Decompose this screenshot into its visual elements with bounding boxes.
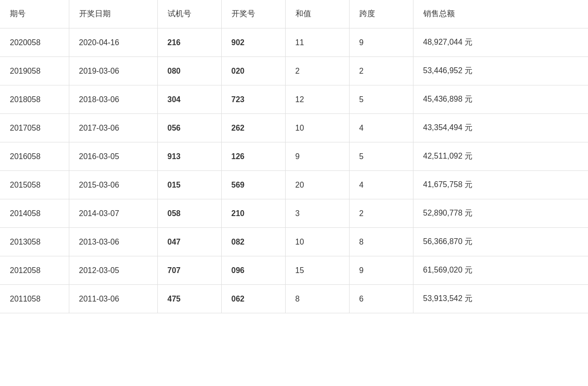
- table-header: 期号开奖日期试机号开奖号和值跨度销售总额: [0, 0, 588, 28]
- cell-sales: 48,927,044 元: [413, 28, 588, 57]
- cell-date: 2011-03-06: [69, 285, 157, 313]
- cell-sum: 10: [285, 114, 349, 142]
- column-header-sum: 和值: [285, 0, 349, 28]
- cell-sum: 2: [285, 57, 349, 85]
- cell-date: 2012-03-05: [69, 256, 157, 285]
- cell-date: 2017-03-06: [69, 114, 157, 142]
- cell-sales: 52,890,778 元: [413, 199, 588, 228]
- table-row: 20170582017-03-0605626210443,354,494 元: [0, 114, 588, 142]
- column-header-span: 跨度: [349, 0, 413, 28]
- cell-sales: 41,675,758 元: [413, 171, 588, 199]
- cell-span: 8: [349, 228, 413, 256]
- cell-span: 4: [349, 114, 413, 142]
- cell-sum: 8: [285, 285, 349, 313]
- cell-date: 2020-04-16: [69, 28, 157, 57]
- cell-trial: 707: [157, 256, 221, 285]
- table-row: 20190582019-03-060800202253,446,952 元: [0, 57, 588, 85]
- cell-draw: 902: [221, 28, 285, 57]
- cell-date: 2015-03-06: [69, 171, 157, 199]
- cell-sales: 42,511,092 元: [413, 142, 588, 171]
- cell-date: 2019-03-06: [69, 57, 157, 85]
- cell-trial: 216: [157, 28, 221, 57]
- cell-sum: 12: [285, 85, 349, 114]
- cell-span: 6: [349, 285, 413, 313]
- cell-draw: 062: [221, 285, 285, 313]
- lottery-table: 期号开奖日期试机号开奖号和值跨度销售总额 20200582020-04-1621…: [0, 0, 588, 313]
- cell-sum: 15: [285, 256, 349, 285]
- main-container: 期号开奖日期试机号开奖号和值跨度销售总额 20200582020-04-1621…: [0, 0, 588, 386]
- cell-sales: 53,446,952 元: [413, 57, 588, 85]
- cell-span: 9: [349, 256, 413, 285]
- cell-date: 2018-03-06: [69, 85, 157, 114]
- column-header-sales: 销售总额: [413, 0, 588, 28]
- table-row: 20120582012-03-0570709615961,569,020 元: [0, 256, 588, 285]
- cell-span: 5: [349, 142, 413, 171]
- cell-period: 2015058: [0, 171, 69, 199]
- cell-period: 2018058: [0, 85, 69, 114]
- table-row: 20180582018-03-0630472312545,436,898 元: [0, 85, 588, 114]
- cell-period: 2017058: [0, 114, 69, 142]
- cell-trial: 047: [157, 228, 221, 256]
- column-header-date: 开奖日期: [69, 0, 157, 28]
- column-header-trial: 试机号: [157, 0, 221, 28]
- table-row: 20160582016-03-059131269542,511,092 元: [0, 142, 588, 171]
- table-row: 20150582015-03-0601556920441,675,758 元: [0, 171, 588, 199]
- table-body: 20200582020-04-1621690211948,927,044 元20…: [0, 28, 588, 313]
- cell-sum: 3: [285, 199, 349, 228]
- cell-trial: 475: [157, 285, 221, 313]
- cell-draw: 020: [221, 57, 285, 85]
- cell-draw: 096: [221, 256, 285, 285]
- cell-span: 2: [349, 199, 413, 228]
- cell-trial: 304: [157, 85, 221, 114]
- cell-draw: 082: [221, 228, 285, 256]
- cell-sum: 20: [285, 171, 349, 199]
- cell-period: 2020058: [0, 28, 69, 57]
- cell-span: 9: [349, 28, 413, 57]
- table-row: 20110582011-03-064750628653,913,542 元: [0, 285, 588, 313]
- cell-period: 2012058: [0, 256, 69, 285]
- cell-draw: 126: [221, 142, 285, 171]
- cell-period: 2019058: [0, 57, 69, 85]
- cell-sum: 11: [285, 28, 349, 57]
- cell-date: 2014-03-07: [69, 199, 157, 228]
- cell-draw: 569: [221, 171, 285, 199]
- cell-trial: 080: [157, 57, 221, 85]
- table-row: 20200582020-04-1621690211948,927,044 元: [0, 28, 588, 57]
- cell-date: 2013-03-06: [69, 228, 157, 256]
- cell-trial: 913: [157, 142, 221, 171]
- cell-sales: 61,569,020 元: [413, 256, 588, 285]
- cell-sales: 43,354,494 元: [413, 114, 588, 142]
- cell-sales: 53,913,542 元: [413, 285, 588, 313]
- cell-period: 2013058: [0, 228, 69, 256]
- cell-draw: 262: [221, 114, 285, 142]
- cell-period: 2011058: [0, 285, 69, 313]
- cell-period: 2016058: [0, 142, 69, 171]
- cell-draw: 210: [221, 199, 285, 228]
- cell-sales: 45,436,898 元: [413, 85, 588, 114]
- column-header-draw: 开奖号: [221, 0, 285, 28]
- cell-draw: 723: [221, 85, 285, 114]
- cell-sales: 56,366,870 元: [413, 228, 588, 256]
- cell-span: 2: [349, 57, 413, 85]
- table-row: 20140582014-03-070582103252,890,778 元: [0, 199, 588, 228]
- table-row: 20130582013-03-0604708210856,366,870 元: [0, 228, 588, 256]
- cell-span: 4: [349, 171, 413, 199]
- cell-trial: 058: [157, 199, 221, 228]
- cell-sum: 10: [285, 228, 349, 256]
- cell-trial: 056: [157, 114, 221, 142]
- cell-date: 2016-03-05: [69, 142, 157, 171]
- cell-span: 5: [349, 85, 413, 114]
- cell-sum: 9: [285, 142, 349, 171]
- cell-period: 2014058: [0, 199, 69, 228]
- column-header-period: 期号: [0, 0, 69, 28]
- cell-trial: 015: [157, 171, 221, 199]
